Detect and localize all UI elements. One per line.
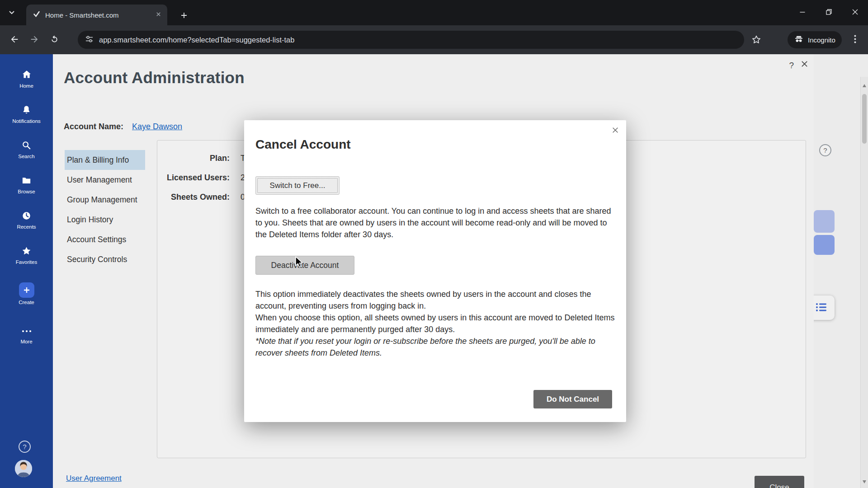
url-text: app.smartsheet.com/home?selectedTab=sugg…	[99, 36, 294, 44]
question-icon: ?	[23, 443, 26, 450]
site-settings-icon	[85, 35, 94, 45]
modal-title: Cancel Account	[255, 137, 351, 152]
back-arrow-icon	[9, 34, 19, 46]
window-close-button[interactable]	[842, 0, 868, 25]
sidebar-item-create[interactable]: Create	[0, 282, 53, 305]
plus-icon	[180, 12, 188, 20]
forward-button[interactable]	[26, 32, 42, 48]
user-avatar[interactable]	[15, 460, 32, 477]
reload-icon	[50, 34, 59, 45]
window-restore-button[interactable]	[816, 0, 842, 25]
deactivate-description-line: This option immediately deactivates the …	[255, 288, 615, 312]
forward-arrow-icon	[29, 34, 39, 46]
clock-icon	[21, 210, 32, 221]
close-icon	[612, 128, 619, 135]
sidebar-item-label: Recents	[0, 224, 53, 230]
switch-to-free-button[interactable]: Switch to Free...	[255, 176, 340, 195]
sidebar-item-more[interactable]: More	[0, 325, 53, 344]
deactivate-description: This option immediately deactivates the …	[255, 288, 615, 359]
browser-tab[interactable]: Home - Smartsheet.com	[26, 5, 167, 25]
ellipsis-icon	[21, 325, 32, 337]
sidebar-item-label: Browse	[0, 189, 53, 194]
close-icon	[155, 11, 162, 19]
back-button[interactable]	[6, 32, 23, 48]
search-icon	[21, 139, 32, 151]
new-tab-button[interactable]	[177, 9, 191, 23]
sidebar-item-label: More	[0, 339, 53, 344]
smartsheet-favicon-icon	[33, 10, 41, 20]
sidebar-item-label: Notifications	[0, 118, 53, 124]
window-controls	[789, 0, 868, 25]
sidebar-item-label: Search	[0, 154, 53, 159]
do-not-cancel-button[interactable]: Do Not Cancel	[533, 390, 612, 408]
reload-button[interactable]	[46, 32, 62, 48]
tab-strip: Home - Smartsheet.com	[0, 0, 868, 25]
bell-icon	[21, 104, 32, 116]
incognito-label: Incognito	[808, 36, 835, 44]
tab-title: Home - Smartsheet.com	[45, 11, 149, 19]
browser-menu-button[interactable]	[848, 33, 862, 47]
sidebar-item-notifications[interactable]: Notifications	[0, 104, 53, 124]
sidebar-help-button[interactable]: ?	[19, 441, 31, 453]
browser-window: Home - Smartsheet.com	[0, 0, 868, 488]
deactivate-description-line: When you choose this option, all sheets …	[255, 312, 615, 335]
sidebar-item-search[interactable]: Search	[0, 139, 53, 159]
home-icon	[21, 69, 32, 80]
plus-icon	[19, 282, 34, 298]
modal-close-button[interactable]	[612, 127, 619, 135]
smartsheet-sidebar: Home Notifications Search Browse Recents…	[0, 54, 53, 488]
sidebar-item-recents[interactable]: Recents	[0, 210, 53, 230]
address-bar[interactable]: app.smartsheet.com/home?selectedTab=sugg…	[78, 31, 744, 49]
sidebar-item-browse[interactable]: Browse	[0, 174, 53, 194]
bookmark-star-button[interactable]	[750, 33, 763, 47]
kebab-menu-icon	[854, 35, 856, 45]
sidebar-item-home[interactable]: Home	[0, 69, 53, 89]
incognito-badge[interactable]: Incognito	[788, 31, 842, 48]
star-icon	[21, 245, 32, 257]
deactivate-note: *Note that if you reset your login or re…	[255, 335, 615, 359]
window-minimize-button[interactable]	[789, 0, 816, 25]
sidebar-item-label: Create	[0, 300, 53, 305]
close-icon	[852, 9, 858, 16]
star-icon	[751, 34, 762, 47]
deactivate-account-button[interactable]: Deactivate Account	[255, 256, 354, 275]
chevron-down-icon	[8, 9, 15, 17]
sidebar-item-favorites[interactable]: Favorites	[0, 245, 53, 265]
cancel-account-modal: Cancel Account Switch to Free... Switch …	[244, 120, 626, 422]
browser-toolbar: app.smartsheet.com/home?selectedTab=sugg…	[0, 25, 868, 54]
tab-search-button[interactable]	[5, 6, 18, 19]
sidebar-item-label: Home	[0, 83, 53, 89]
restore-icon	[826, 9, 832, 16]
tab-close-button[interactable]	[154, 10, 163, 19]
folder-icon	[21, 174, 32, 186]
sidebar-item-label: Favorites	[0, 259, 53, 265]
avatar-image	[15, 472, 32, 477]
minimize-icon	[800, 9, 805, 16]
switch-description: Switch to a free collaborator account. Y…	[255, 205, 615, 240]
incognito-icon	[794, 34, 804, 46]
